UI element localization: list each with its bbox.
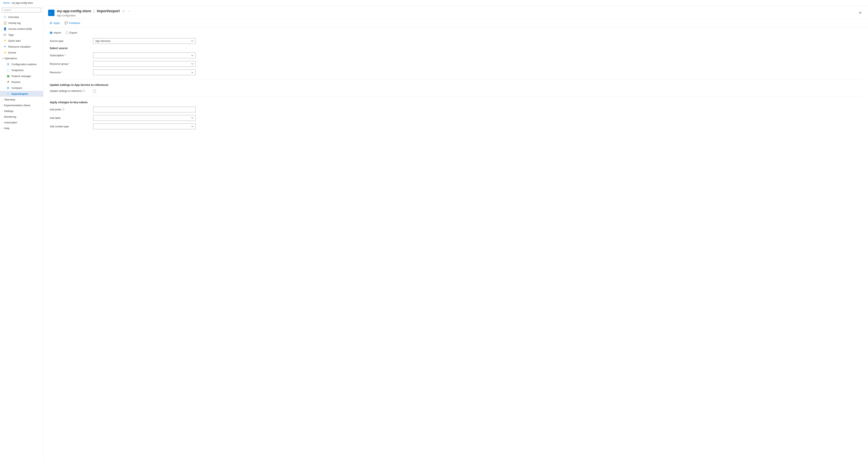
- sidebar-group-label: Telemetry: [4, 98, 15, 101]
- sidebar-group-telemetry[interactable]: › Telemetry: [0, 97, 43, 103]
- sidebar-group-automation[interactable]: › Automation: [0, 120, 43, 125]
- tags-icon: 🏷: [3, 33, 7, 36]
- add-prefix-info-icon[interactable]: ⓘ: [62, 108, 64, 111]
- sidebar-item-resource-visualizer[interactable]: ✦ Resource visualizer: [0, 44, 43, 50]
- sidebar-group-label: Help: [4, 127, 9, 130]
- subscription-label: Subscription *: [50, 54, 93, 57]
- source-type-select[interactable]: App Services Azure App Configuration Con…: [93, 38, 196, 44]
- import-radio[interactable]: [50, 31, 53, 34]
- sidebar-item-compare[interactable]: ⊞ Compare: [0, 85, 43, 91]
- sidebar-item-label: Restore: [11, 81, 21, 84]
- breadcrumb-sep: ›: [10, 2, 11, 4]
- apply-button[interactable]: ⊞ Apply: [48, 20, 61, 26]
- sidebar-group-label: Monitoring: [4, 115, 16, 118]
- section-divider-2: [50, 96, 862, 97]
- close-button[interactable]: ✕: [857, 10, 863, 16]
- monitoring-chevron: ›: [2, 116, 3, 118]
- sidebar-group-label: Experimentation (New): [4, 104, 30, 107]
- subscription-select[interactable]: [93, 53, 196, 58]
- add-prefix-row: Add prefix ⓘ: [50, 107, 862, 112]
- update-settings-info-icon[interactable]: ⓘ: [83, 89, 85, 93]
- sidebar-item-quick-start[interactable]: ⚡ Quick start: [0, 38, 43, 44]
- sidebar-item-restore[interactable]: ↺ Restore: [0, 79, 43, 85]
- sidebar-item-label: Events: [8, 51, 16, 54]
- resource-group-control: [93, 61, 862, 67]
- resource-select[interactable]: [93, 69, 196, 75]
- resource-group-row: Resource group *: [50, 61, 862, 67]
- import-export-icon: ↔: [6, 92, 10, 95]
- resource-control: [93, 69, 862, 75]
- sidebar: ⬡ Overview 📋 Activity log 👤 Access contr…: [0, 6, 43, 461]
- more-options-button[interactable]: ···: [127, 9, 131, 14]
- events-icon: ⚡: [3, 51, 7, 54]
- help-chevron: ›: [2, 127, 3, 129]
- sidebar-item-label: Tags: [8, 33, 13, 36]
- sidebar-group-label: Automation: [4, 121, 17, 124]
- add-content-type-control: [93, 123, 862, 129]
- svg-text:↔: ↔: [49, 11, 53, 15]
- add-label-control: [93, 115, 862, 121]
- sidebar-item-tags[interactable]: 🏷 Tags: [0, 32, 43, 38]
- add-content-type-select[interactable]: [93, 123, 196, 129]
- page-header-icon: ↔: [48, 10, 55, 16]
- update-settings-row: Update settings to reference ⓘ: [50, 89, 862, 93]
- sidebar-group-monitoring[interactable]: › Monitoring: [0, 114, 43, 120]
- page-title: my-app-config-store | Import/export ☆ ··…: [57, 8, 131, 14]
- settings-chevron: ›: [2, 110, 3, 112]
- add-prefix-control: [93, 107, 862, 112]
- experimentation-chevron: ›: [2, 104, 3, 107]
- overview-icon: ⬡: [3, 15, 7, 19]
- add-content-type-row: Add content type: [50, 123, 862, 129]
- search-input[interactable]: [2, 8, 41, 12]
- update-settings-label: Update settings to reference ⓘ: [50, 89, 93, 93]
- source-type-label: Source type: [50, 39, 93, 42]
- import-radio-option[interactable]: Import: [50, 31, 61, 34]
- feature-manager-icon: ▦: [6, 74, 10, 78]
- sidebar-group-help[interactable]: › Help: [0, 125, 43, 131]
- add-prefix-input[interactable]: [93, 107, 196, 112]
- sidebar-item-access-control[interactable]: 👤 Access control (IAM): [0, 26, 43, 32]
- update-settings-control: [93, 90, 862, 92]
- sidebar-item-label: Resource visualizer: [8, 45, 31, 48]
- sidebar-item-feature-manager[interactable]: ▦ Feature manager: [0, 73, 43, 79]
- sidebar-group-settings[interactable]: › Settings: [0, 108, 43, 114]
- resource-group-select[interactable]: [93, 61, 196, 67]
- favorite-button[interactable]: ☆: [121, 8, 126, 14]
- sidebar-group-experimentation[interactable]: › Experimentation (New): [0, 103, 43, 108]
- sidebar-item-activity-log[interactable]: 📋 Activity log: [0, 20, 43, 26]
- sidebar-item-label: Activity log: [8, 22, 21, 25]
- operations-chevron: ▾: [2, 57, 3, 59]
- feedback-button[interactable]: 💬 Feedback: [63, 20, 82, 26]
- apply-changes-title: Apply changes to key-values: [50, 101, 862, 104]
- breadcrumb: Home › my-app-config-store: [0, 0, 868, 6]
- sidebar-item-overview[interactable]: ⬡ Overview: [0, 14, 43, 20]
- sidebar-item-import-export[interactable]: ↔ Import/export: [0, 91, 43, 97]
- sidebar-group-operations[interactable]: ▾ Operations: [0, 56, 43, 61]
- add-content-type-label: Add content type: [50, 125, 93, 128]
- restore-icon: ↺: [6, 80, 10, 84]
- breadcrumb-home[interactable]: Home: [3, 2, 9, 4]
- access-control-icon: 👤: [3, 27, 7, 31]
- resource-type-label: App Configuration: [57, 14, 131, 17]
- page-header: ↔ my-app-config-store | Import/export ☆ …: [43, 6, 868, 19]
- export-radio[interactable]: [66, 31, 68, 34]
- sidebar-group-label: Settings: [4, 110, 13, 113]
- app-config-icon: ↔: [48, 10, 55, 16]
- add-label-label: Add label: [50, 116, 93, 119]
- feedback-icon: 💬: [64, 21, 68, 25]
- sidebar-item-snapshots[interactable]: ⬚ Snapshots: [0, 67, 43, 73]
- compare-icon: ⊞: [6, 86, 10, 90]
- apply-icon: ⊞: [50, 21, 52, 25]
- export-radio-option[interactable]: Export: [66, 31, 77, 34]
- sidebar-item-label: Import/export: [11, 92, 28, 95]
- add-label-select[interactable]: [93, 115, 196, 121]
- automation-chevron: ›: [2, 121, 3, 123]
- sidebar-item-label: Quick start: [8, 39, 21, 42]
- main-content: Import Export Source type App Services A…: [43, 27, 868, 461]
- resource-group-label: Resource group *: [50, 62, 93, 65]
- update-settings-checkbox[interactable]: [93, 90, 96, 92]
- sidebar-item-config-explorer[interactable]: ☰ Configuration explorer: [0, 61, 43, 67]
- resource-label: Resource *: [50, 71, 93, 74]
- sidebar-item-events[interactable]: ⚡ Events: [0, 50, 43, 56]
- sidebar-item-label: Access control (IAM): [8, 27, 32, 30]
